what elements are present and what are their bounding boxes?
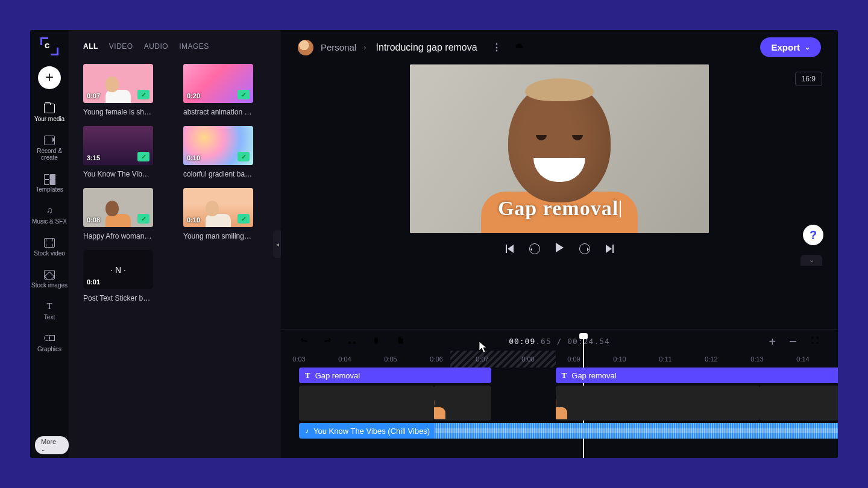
timeline-video-clip[interactable] <box>760 386 838 421</box>
media-tab-video[interactable]: VIDEO <box>109 42 133 51</box>
aspect-ratio-button[interactable]: 16:9 <box>795 72 822 86</box>
media-thumbnail[interactable]: 0:10 ✓ <box>183 188 253 227</box>
media-thumbnail[interactable]: 3:15 ✓ <box>83 126 153 165</box>
rail-label: Text <box>44 314 55 321</box>
audio-waveform <box>435 423 838 439</box>
clip-title: Post Text Sticker by H... <box>83 294 153 302</box>
project-title-input[interactable] <box>374 39 482 57</box>
rail-label: Record & create <box>37 148 62 161</box>
add-media-button[interactable]: + <box>38 66 61 89</box>
image-icon <box>44 270 55 280</box>
rail-more-button[interactable]: More ⌄ <box>35 436 69 454</box>
media-clip[interactable]: 0:20 ✓ abstract animation of... <box>183 64 253 116</box>
skip-end-button[interactable] <box>606 245 614 253</box>
media-thumbnail[interactable]: 0:20 ✓ <box>183 64 253 103</box>
media-clip[interactable]: 0:10 ✓ colorful gradient bac... <box>183 126 253 178</box>
timeline-tracks[interactable]: TGap removalTGap removal♪You Know The Vi… <box>281 368 838 458</box>
rail-record-create[interactable]: Record & create <box>31 132 68 167</box>
rail-label: Stock video <box>34 250 65 257</box>
transport-controls <box>506 243 614 255</box>
used-check-icon: ✓ <box>237 90 250 99</box>
rail-graphics[interactable]: Graphics <box>31 330 68 358</box>
media-tab-audio[interactable]: AUDIO <box>144 42 169 51</box>
rail-stock-video[interactable]: Stock video <box>31 234 68 263</box>
used-check-icon: ✓ <box>237 214 250 224</box>
used-check-icon: ✓ <box>237 152 250 161</box>
rail-text[interactable]: T Text <box>31 298 68 327</box>
music-note-icon: ♪ <box>305 427 309 435</box>
preview-stage: 16:9 ? ⌄ Gap removal <box>281 62 838 329</box>
camera-icon <box>44 136 55 145</box>
media-thumbnail[interactable]: 0:10 ✓ <box>183 126 253 165</box>
media-grid: 0:07 ✓ Young female is show... 0:20 ✓ ab… <box>83 64 272 302</box>
timeline-video-clip[interactable] <box>556 386 760 421</box>
clip-duration: 0:01 <box>87 278 100 286</box>
ruler-tick: 0:13 <box>750 355 763 363</box>
media-clip[interactable]: 3:15 ✓ You Know The Vibes (... <box>83 126 153 178</box>
workspace-name[interactable]: Personal <box>321 42 356 52</box>
media-thumbnail[interactable]: 0:08 ✓ <box>83 188 153 227</box>
media-clip[interactable]: 0:08 ✓ Happy Afro woman p... <box>83 188 153 240</box>
undo-button[interactable] <box>299 336 309 347</box>
ruler-tick: 0:04 <box>338 355 351 363</box>
used-check-icon: ✓ <box>137 90 149 99</box>
timeline-text-clip[interactable]: TGap removal <box>556 368 838 383</box>
ruler-tick: 0:10 <box>613 355 626 363</box>
media-tab-images[interactable]: IMAGES <box>179 42 209 51</box>
play-button[interactable] <box>556 243 564 255</box>
clip-title: You Know The Vibes (... <box>83 170 153 178</box>
workspace-avatar[interactable] <box>298 40 313 55</box>
ruler-tick: 0:06 <box>430 355 442 363</box>
grid-icon <box>44 174 55 184</box>
delete-button[interactable] <box>371 336 381 347</box>
step-forward-button[interactable] <box>579 243 590 254</box>
timeline-video-clip[interactable] <box>434 386 491 421</box>
preview-canvas[interactable]: Gap removal <box>410 64 709 233</box>
rail-label: Stock images <box>31 282 68 289</box>
top-bar: Personal › ⋮ Export ⌄ <box>281 30 838 62</box>
skip-start-button[interactable] <box>506 245 514 253</box>
rail-templates[interactable]: Templates <box>31 170 68 199</box>
media-clip[interactable]: 0:10 ✓ Young man smiling at... <box>183 188 253 240</box>
zoom-in-button[interactable]: + <box>769 337 776 346</box>
audio-clip-label: You Know The Vibes (Chill Vibes) <box>313 427 430 436</box>
media-tab-all[interactable]: ALL <box>83 42 98 51</box>
music-note-icon: ♫ <box>44 206 55 216</box>
step-back-button[interactable] <box>529 243 540 254</box>
rail-your-media[interactable]: Your media <box>31 100 68 128</box>
media-thumbnail[interactable]: · N · 0:01 <box>83 250 153 289</box>
zoom-out-button[interactable]: − <box>789 339 797 345</box>
panel-expand-handle[interactable]: ⌄ <box>800 255 822 266</box>
timeline-video-clip[interactable] <box>299 386 434 421</box>
gap-region <box>450 351 556 368</box>
cloud-sync-off-icon[interactable] <box>512 39 527 56</box>
timeline-audio-clip[interactable]: ♪You Know The Vibes (Chill Vibes) <box>299 423 838 439</box>
rail-music-sfx[interactable]: ♫ Music & SFX <box>31 202 68 231</box>
app-logo: c <box>40 37 58 55</box>
export-button[interactable]: Export ⌄ <box>760 37 821 57</box>
clip-title: colorful gradient bac... <box>183 170 253 178</box>
shapes-icon <box>44 334 55 343</box>
media-thumbnail[interactable]: 0:07 ✓ <box>83 64 153 103</box>
redo-button[interactable] <box>323 336 333 347</box>
rail-label: Your media <box>34 116 64 122</box>
more-options-button[interactable]: ⋮ <box>489 39 505 55</box>
media-clip[interactable]: 0:07 ✓ Young female is show... <box>83 64 153 116</box>
rail-stock-images[interactable]: Stock images <box>31 266 68 295</box>
text-icon: T <box>305 371 310 380</box>
chevron-down-icon: ⌄ <box>41 446 46 452</box>
collapse-panel-button[interactable]: ◂ <box>273 230 281 258</box>
help-button[interactable]: ? <box>803 225 823 245</box>
preview-text-overlay: Gap removal <box>410 197 709 220</box>
ruler-tick: 0:12 <box>705 355 717 363</box>
clip-duration: 0:20 <box>187 92 200 99</box>
timeline-text-clip[interactable]: TGap removal <box>299 368 491 383</box>
split-button[interactable] <box>347 336 357 347</box>
app-window: c + Your media Record & create Templates… <box>30 30 838 458</box>
media-clip[interactable]: · N · 0:01 Post Text Sticker by H... <box>83 250 153 302</box>
timeline-ruler[interactable]: 0:030:040:050:060:070:080:090:100:110:12… <box>281 351 838 368</box>
ruler-tick: 0:03 <box>292 355 305 363</box>
fit-timeline-button[interactable] <box>810 336 820 347</box>
svg-point-1 <box>348 342 351 344</box>
duplicate-button[interactable] <box>395 336 405 347</box>
